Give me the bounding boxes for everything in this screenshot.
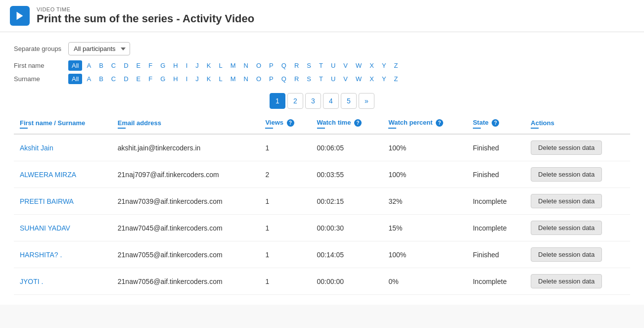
first-name-r-btn[interactable]: R [291,60,302,71]
first-name-z-btn[interactable]: Z [391,60,402,71]
page-1-btn[interactable]: 1 [270,93,285,109]
surname-m-btn[interactable]: M [227,74,239,84]
col-watch-percent: Watch percent ? [382,114,467,134]
first-name-f-btn[interactable]: F [145,60,156,71]
surname-a-btn[interactable]: A [83,74,94,84]
page-3-btn[interactable]: 3 [305,93,321,109]
table-row: JYOTI . 21naw7056@aif.tinkercoders.com 1… [14,268,630,295]
first-name-o-btn[interactable]: O [253,60,265,71]
first-name-m-btn[interactable]: M [227,60,239,71]
delete-session-btn[interactable]: Delete session data [531,221,602,235]
first-name-v-btn[interactable]: V [340,60,351,71]
surname-z-btn[interactable]: Z [391,74,402,84]
first-name-p-btn[interactable]: P [266,60,277,71]
surname-j-btn[interactable]: J [192,74,202,84]
first-name-y-btn[interactable]: Y [378,60,390,71]
surname-c-btn[interactable]: C [108,74,119,84]
first-name-k-btn[interactable]: K [203,60,215,71]
first-name-w-btn[interactable]: W [352,60,365,71]
surname-o-btn[interactable]: O [253,74,265,84]
page-4-btn[interactable]: 4 [323,93,339,109]
first-name-h-btn[interactable]: H [170,60,181,71]
first-name-e-btn[interactable]: E [133,60,144,71]
sort-views-link[interactable]: Views [265,119,283,126]
name-link[interactable]: JYOTI . [20,278,43,285]
surname-b-btn[interactable]: B [95,74,107,84]
surname-f-btn[interactable]: F [145,74,156,84]
page-2-btn[interactable]: 2 [287,93,303,109]
surname-all-btn[interactable]: All [68,74,82,84]
first-name-u-btn[interactable]: U [327,60,339,71]
cell-watch-time: 00:00:00 [311,268,383,295]
surname-k-btn[interactable]: K [203,74,215,84]
delete-session-btn[interactable]: Delete session data [531,194,602,208]
surname-y-btn[interactable]: Y [378,74,390,84]
first-name-g-btn[interactable]: G [157,60,169,71]
first-name-b-btn[interactable]: B [95,60,107,71]
state-help-icon[interactable]: ? [492,119,499,127]
sort-watch-percent-link[interactable]: Watch percent [388,119,432,126]
surname-r-btn[interactable]: R [291,74,302,84]
surname-n-btn[interactable]: N [240,74,252,84]
name-link[interactable]: SUHANI YADAV [20,224,70,232]
cell-actions: Delete session data [525,161,630,188]
surname-h-btn[interactable]: H [170,74,181,84]
cell-state: Incomplete [467,215,525,241]
delete-session-btn[interactable]: Delete session data [531,167,602,182]
surname-l-btn[interactable]: L [216,74,226,84]
page-5-btn[interactable]: 5 [341,93,357,109]
first-name-x-btn[interactable]: X [366,60,377,71]
surname-e-btn[interactable]: E [133,74,144,84]
first-name-c-btn[interactable]: C [108,60,119,71]
surname-u-btn[interactable]: U [327,74,339,84]
name-link[interactable]: HARSHITA? . [20,251,62,259]
name-link[interactable]: Akshit Jain [20,144,53,152]
name-link[interactable]: PREETI BAIRWA [20,197,74,205]
views-help-icon[interactable]: ? [287,119,294,127]
watch-percent-help-icon[interactable]: ? [436,119,443,127]
first-name-q-btn[interactable]: Q [278,60,290,71]
col-actions: Actions [525,114,630,134]
surname-w-btn[interactable]: W [352,74,365,84]
first-name-j-btn[interactable]: J [192,60,202,71]
cell-state: Incomplete [467,268,525,295]
cell-state: Finished [467,161,525,188]
sort-surname-link[interactable]: Surname [58,119,86,127]
cell-actions: Delete session data [525,134,630,161]
sort-watch-time-link[interactable]: Watch time [317,119,351,126]
first-name-n-btn[interactable]: N [240,60,252,71]
cell-email: 21naw7039@aif.tinkercoders.com [112,188,260,215]
cell-watch-percent: 15% [382,215,467,241]
first-name-a-btn[interactable]: A [83,60,94,71]
cell-watch-time: 00:03:55 [311,161,383,188]
surname-t-btn[interactable]: T [316,74,326,84]
surname-q-btn[interactable]: Q [278,74,290,84]
first-name-i-btn[interactable]: I [183,60,191,71]
cell-actions: Delete session data [525,268,630,295]
delete-session-btn[interactable]: Delete session data [531,247,602,262]
first-name-d-btn[interactable]: D [120,60,132,71]
cell-watch-time: 00:02:15 [311,188,383,215]
surname-d-btn[interactable]: D [120,74,132,84]
separate-groups-select[interactable]: All participants Group A Group B [68,42,130,55]
watch-time-help-icon[interactable]: ? [354,119,362,127]
surname-i-btn[interactable]: I [183,74,191,84]
first-name-l-btn[interactable]: L [216,60,226,71]
sort-email-link[interactable]: Email address [118,119,161,127]
delete-session-btn[interactable]: Delete session data [531,274,602,288]
sort-first-name-link[interactable]: First name [20,119,52,127]
surname-s-btn[interactable]: S [303,74,315,84]
surname-v-btn[interactable]: V [340,74,351,84]
first-name-t-btn[interactable]: T [316,60,326,71]
first-name-s-btn[interactable]: S [303,60,315,71]
cell-actions: Delete session data [525,188,630,215]
delete-session-btn[interactable]: Delete session data [531,141,602,155]
table-row: PREETI BAIRWA 21naw7039@aif.tinkercoders… [14,188,630,215]
first-name-all-btn[interactable]: All [68,60,82,71]
page-next-btn[interactable]: » [359,93,374,109]
cell-name: Akshit Jain [14,134,112,161]
surname-p-btn[interactable]: P [266,74,277,84]
name-link[interactable]: ALWEERA MIRZA [20,171,76,179]
surname-g-btn[interactable]: G [157,74,169,84]
surname-x-btn[interactable]: X [366,74,377,84]
